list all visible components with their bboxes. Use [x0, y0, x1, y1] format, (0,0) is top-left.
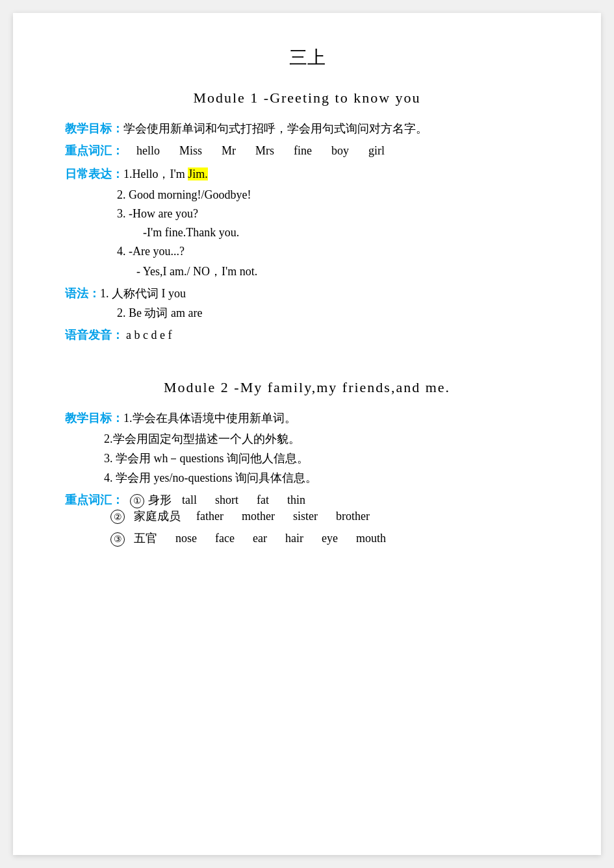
vocab-group-1: ① 身形 tall short fat thin [130, 492, 305, 508]
vocab-group-2: ② 家庭成员 father mother sister brother [110, 508, 549, 525]
grammar-label-row: 语法： 1. 人称代词 I you [65, 286, 549, 301]
circle-1: ① [130, 494, 144, 508]
word-brother: brother [336, 510, 370, 523]
grammar-item-2: 2. Be 动词 am are [117, 305, 549, 321]
word-nose: nose [175, 532, 197, 545]
teaching-goal-label: 教学目标： [65, 121, 123, 136]
highlighted-name: Jim. [188, 167, 208, 180]
vocab-word-7: girl [368, 144, 385, 158]
word-tall: tall [182, 493, 197, 507]
module2-goal-row: 教学目标： 1.学会在具体语境中使用新单词。 [65, 410, 549, 426]
vocab-label: 重点词汇： [65, 143, 123, 158]
word-father: father [196, 510, 224, 523]
grammar-item-1: 1. 人称代词 I you [100, 286, 186, 301]
vocab-word-2: Miss [179, 144, 202, 158]
expression-4b: - Yes,I am./ NO，I'm not. [136, 264, 549, 279]
expression-label: 日常表达： [65, 166, 123, 182]
vocab-word-3: Mr [222, 144, 236, 158]
module2-goal-4: 4. 学会用 yes/no-questions 询问具体信息。 [104, 470, 549, 486]
vocab-word-6: boy [331, 144, 349, 158]
module2-vocab-label: 重点词汇： [65, 492, 123, 508]
module2-goal-1: 1.学会在具体语境中使用新单词。 [123, 410, 296, 426]
expression-2: 2. Good morning!/Goodbye! [117, 188, 549, 202]
word-fat: fat [257, 493, 269, 507]
module2-vocab-label-row: 重点词汇： ① 身形 tall short fat thin [65, 492, 549, 508]
vocab-group-3: ③ 五官 nose face ear hair eye mouth [110, 530, 549, 547]
category-1: 身形 [148, 492, 172, 508]
grammar-label: 语法： [65, 286, 100, 301]
vocab-words: hello Miss Mr Mrs fine boy girl [136, 144, 385, 158]
vocab-word-5: fine [294, 144, 312, 158]
category-2: 家庭成员 [134, 508, 181, 524]
teaching-goal-text: 学会使用新单词和句式打招呼，学会用句式询问对方名字。 [123, 121, 428, 136]
word-eye: eye [322, 532, 338, 545]
word-thin: thin [287, 493, 305, 507]
phonics-label: 语音发音： [65, 327, 123, 343]
expression-label-row: 日常表达： 1.Hello，I'm Jim. [65, 166, 549, 182]
group1-words: tall short fat thin [182, 493, 305, 507]
expression-1: 1.Hello，I'm Jim. [123, 166, 208, 182]
spacer [65, 366, 549, 379]
vocab-word-4: Mrs [255, 144, 274, 158]
module1-vocab-row: 重点词汇： hello Miss Mr Mrs fine boy girl [65, 143, 549, 158]
phonics-text: a b c d e f [126, 329, 172, 342]
module2-goal-label: 教学目标： [65, 410, 123, 426]
expression-4: 4. -Are you...? [117, 245, 549, 258]
group2-words: father mother sister brother [196, 510, 370, 523]
word-short: short [215, 493, 238, 507]
page-container: 三上 Module 1 -Greeting to know you 教学目标： … [13, 13, 601, 855]
word-mouth: mouth [356, 532, 386, 545]
vocab-word-1: hello [136, 144, 160, 158]
module1-teaching-goal-row: 教学目标： 学会使用新单词和句式打招呼，学会用句式询问对方名字。 [65, 121, 549, 136]
category-3: 五官 [134, 530, 160, 546]
word-sister: sister [293, 510, 318, 523]
circle-2: ② [110, 510, 125, 524]
module1-title: Module 1 -Greeting to know you [65, 90, 549, 106]
word-face: face [215, 532, 235, 545]
module2-goal-3: 3. 学会用 wh－questions 询问他人信息。 [104, 451, 549, 466]
word-mother: mother [242, 510, 275, 523]
module2-title: Module 2 -My family,my friends,and me. [65, 379, 549, 396]
module2-goal-2: 2.学会用固定句型描述一个人的外貌。 [104, 431, 549, 447]
group3-words: nose face ear hair eye mouth [175, 532, 386, 545]
page-title: 三上 [65, 45, 549, 70]
word-hair: hair [285, 532, 303, 545]
expression-3b: -I'm fine.Thank you. [143, 226, 549, 240]
expression-3: 3. -How are you? [117, 207, 549, 221]
phonics-row: 语音发音： a b c d e f [65, 327, 549, 343]
word-ear: ear [253, 532, 267, 545]
divider [65, 347, 549, 366]
circle-3: ③ [110, 532, 125, 547]
